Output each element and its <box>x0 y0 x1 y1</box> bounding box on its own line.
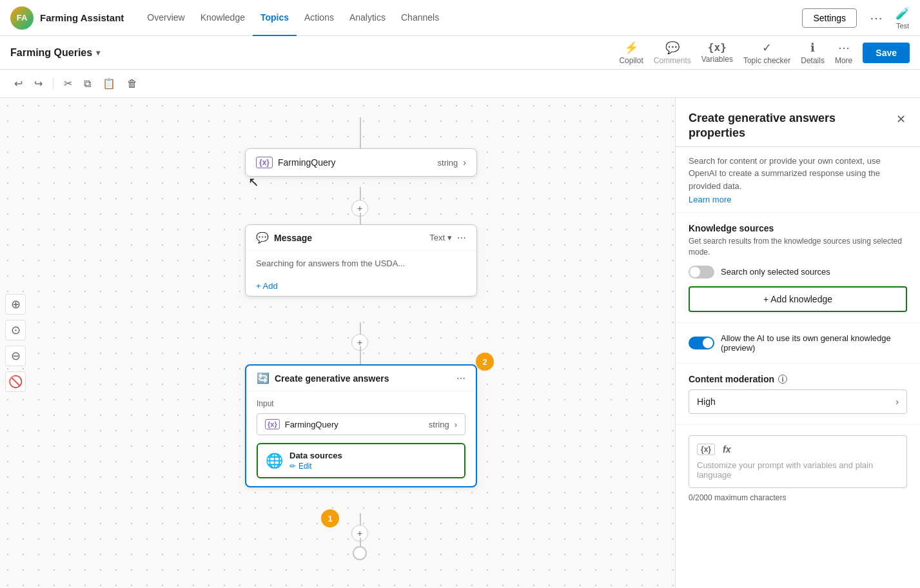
secondary-toolbar: Farming Queries ▾ ⚡ Copilot 💬 Comments {… <box>0 36 920 70</box>
details-button[interactable]: ℹ Details <box>801 41 825 65</box>
moderation-value: High <box>697 397 716 407</box>
content-moderation-title: Content moderation i <box>689 374 907 384</box>
redo-button[interactable]: ↪ <box>30 75 46 92</box>
app-logo: FA Farming Assistant <box>10 6 124 30</box>
message-icon: 💬 <box>256 231 269 244</box>
input-var-type: string <box>429 420 449 429</box>
save-button[interactable]: Save <box>863 43 910 63</box>
input-chevron-icon: › <box>455 420 457 429</box>
prompt-fx-icon[interactable]: fx <box>723 444 730 455</box>
main-area: ⊕ ⊙ ⊖ 🚫 ↖ {x} FarmingQuery string › + 💬 … <box>0 98 920 588</box>
more-button[interactable]: ⋯ More <box>835 41 852 65</box>
data-sources-text: Data sources ✏ Edit <box>289 451 456 471</box>
details-icon: ℹ <box>810 41 815 55</box>
zoom-out-button[interactable]: ⊖ <box>5 346 26 366</box>
var-icon: {x} <box>256 157 273 168</box>
gen-title: Create generative answers <box>275 373 451 384</box>
edit-link[interactable]: ✏ Edit <box>289 462 456 471</box>
nav-link-topics[interactable]: Topics <box>253 0 297 36</box>
message-type[interactable]: Text ▾ <box>429 233 452 242</box>
ai-toggle-row: Allow the AI to use its own general know… <box>689 333 907 353</box>
center-button[interactable]: ⊙ <box>5 320 26 340</box>
comments-icon: 💬 <box>665 41 680 55</box>
gen-header: 🔄 Create generative answers ⋯ <box>246 366 476 391</box>
nav-links: Overview Knowledge Topics Actions Analyt… <box>139 0 802 36</box>
test-label: Test <box>896 22 909 30</box>
ai-knowledge-section: Allow the AI to use its own general know… <box>676 322 920 363</box>
info-icon: i <box>778 375 787 384</box>
no-entry-button[interactable]: 🚫 <box>5 371 26 392</box>
input-var-name: FarmingQuery <box>285 420 424 429</box>
gen-answers-node[interactable]: 🔄 Create generative answers ⋯ Input {x} … <box>245 364 477 487</box>
topic-checker-button[interactable]: ✓ Topic checker <box>743 41 790 65</box>
message-body: Searching for answers from the USDA... <box>246 251 476 276</box>
gen-more-icon[interactable]: ⋯ <box>456 373 465 384</box>
settings-button[interactable]: Settings <box>802 8 857 28</box>
topic-name-label: Farming Queries <box>10 47 92 59</box>
more-icon: ⋯ <box>838 41 850 55</box>
nav-link-knowledge[interactable]: Knowledge <box>193 0 253 36</box>
input-field[interactable]: {x} FarmingQuery string › <box>257 413 465 435</box>
nav-link-analytics[interactable]: Analytics <box>342 0 393 36</box>
variables-icon: {x} <box>708 41 727 54</box>
delete-button[interactable]: 🗑 <box>123 75 141 92</box>
right-panel: Create generative answers properties ✕ S… <box>675 98 920 588</box>
prompt-icons-row: {x} fx <box>697 444 899 455</box>
message-header: 💬 Message Text ▾ ⋯ <box>246 225 476 251</box>
copilot-icon: ⚡ <box>624 41 638 55</box>
content-moderation-select[interactable]: High › <box>689 389 907 414</box>
copy-button[interactable]: ⧉ <box>80 75 95 92</box>
close-button[interactable]: ✕ <box>895 111 907 128</box>
topic-name[interactable]: Farming Queries ▾ <box>10 47 100 59</box>
knowledge-sources-title: Knowledge sources <box>689 223 907 233</box>
search-toggle-label: Search only selected sources <box>721 267 830 277</box>
undo-button[interactable]: ↩ <box>10 75 26 92</box>
char-count: 0/2000 maximum characters <box>689 493 907 502</box>
search-sources-toggle[interactable] <box>689 266 714 279</box>
cut-button[interactable]: ✂ <box>60 75 76 92</box>
message-node[interactable]: 💬 Message Text ▾ ⋯ Searching for answers… <box>245 224 477 297</box>
more-dots-icon[interactable]: ⋯ <box>865 8 888 28</box>
nav-link-overview[interactable]: Overview <box>139 0 192 36</box>
add-button[interactable]: + Add <box>246 276 476 296</box>
prompt-var-icon[interactable]: {x} <box>697 444 715 455</box>
test-button[interactable]: 🧪 Test <box>896 6 910 30</box>
node-chevron-icon: › <box>463 157 466 168</box>
input-var-icon: {x} <box>265 419 280 429</box>
logo-circle: FA <box>10 6 34 30</box>
variables-button[interactable]: {x} Variables <box>701 41 733 64</box>
gen-icon: 🔄 <box>257 372 269 384</box>
nav-link-actions[interactable]: Actions <box>297 0 342 36</box>
zoom-in-button[interactable]: ⊕ <box>5 294 26 315</box>
message-more-icon[interactable]: ⋯ <box>457 233 466 243</box>
query-type-label: string <box>438 158 458 168</box>
toolbar-icons: ⚡ Copilot 💬 Comments {x} Variables ✓ Top… <box>619 41 910 65</box>
message-title: Message <box>274 233 424 243</box>
knowledge-sources-desc: Get search results from the knowledge so… <box>689 236 907 258</box>
topic-checker-icon: ✓ <box>762 41 772 55</box>
farming-query-node[interactable]: {x} FarmingQuery string › <box>245 148 477 177</box>
canvas[interactable]: ⊕ ⊙ ⊖ 🚫 ↖ {x} FarmingQuery string › + 💬 … <box>0 98 675 588</box>
data-sources-subnode[interactable]: 🌐 Data sources ✏ Edit <box>257 443 465 478</box>
pencil-icon: ✏ <box>289 462 296 471</box>
edit-toolbar: ↩ ↪ ✂ ⧉ 📋 🗑 <box>0 70 920 98</box>
app-name: Farming Assistant <box>40 12 124 23</box>
paste-button[interactable]: 📋 <box>99 75 119 92</box>
add-knowledge-button[interactable]: + Add knowledge <box>689 286 907 312</box>
comments-button[interactable]: 💬 Comments <box>654 41 691 65</box>
knowledge-sources-section: Knowledge sources Get search results fro… <box>676 212 920 322</box>
nav-link-channels[interactable]: Channels <box>393 0 447 36</box>
test-icon: 🧪 <box>896 6 910 21</box>
prompt-section: {x} fx Customize your prompt with variab… <box>676 424 920 513</box>
copilot-button[interactable]: ⚡ Copilot <box>619 41 643 65</box>
prompt-placeholder: Customize your prompt with variables and… <box>697 460 899 480</box>
step-badge-1: 1 <box>321 509 339 527</box>
ai-toggle[interactable] <box>689 337 714 349</box>
ai-toggle-label: Allow the AI to use its own general know… <box>721 333 907 353</box>
learn-more-link[interactable]: Learn more <box>676 195 920 212</box>
gen-body: Input {x} FarmingQuery string › 🌐 Data s… <box>246 391 476 486</box>
prompt-box[interactable]: {x} fx Customize your prompt with variab… <box>689 435 907 488</box>
top-nav: FA Farming Assistant Overview Knowledge … <box>0 0 920 36</box>
step-badge-2: 2 <box>476 353 494 371</box>
search-toggle-row: Search only selected sources <box>689 266 907 279</box>
